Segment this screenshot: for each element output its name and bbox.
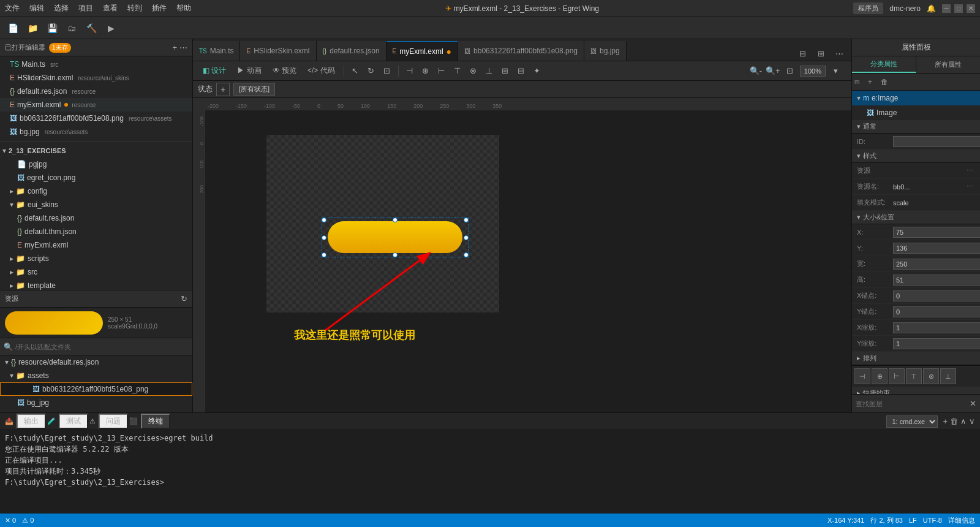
details-link[interactable]: 详细信息 [948,516,975,525]
menu-project[interactable]: 项目 [78,3,93,13]
align-top-button[interactable]: ⊤ [906,368,922,384]
opened-file-hsliderskin[interactable]: E HSliderSkin.exml resource\eui_skins [0,71,192,85]
project-folder-src[interactable]: ▸ 📁 src [0,265,192,279]
align-middle-v-tool[interactable]: ⊗ [466,64,481,78]
tab-all-props[interactable]: 所有属性 [916,56,980,73]
fit-canvas-button[interactable]: ⊡ [783,64,797,78]
align-left-tool[interactable]: ⊣ [402,64,417,78]
delete-component-button[interactable]: 🗑 [878,75,891,89]
maximize-button[interactable]: □ [954,4,963,13]
project-folder-template[interactable]: ▸ 📁 template [0,279,192,290]
align-bottom-button[interactable]: ⊥ [940,368,956,384]
more-actions[interactable]: ⋯ [179,43,187,52]
project-file-default-res[interactable]: {} default.res.json [0,211,192,225]
scale-x-input[interactable] [893,322,980,333]
menu-select[interactable]: 选择 [54,3,69,13]
terminal-instance-select[interactable]: 1: cmd.exe [886,415,938,428]
resource-search-bar[interactable]: 🔍 [0,338,192,355]
align-top-tool[interactable]: ⊤ [450,64,465,78]
opened-file-png[interactable]: 🖼 bb0631226f1aff00bfd51e08.png resource\… [0,112,192,125]
add-state-button[interactable]: + [216,83,230,96]
new-terminal-button[interactable]: + [943,417,948,426]
add-component-button[interactable]: + [863,75,876,89]
canvas-container[interactable]: -200 -150 -100 -50 0 50 100 150 200 250 … [193,98,851,412]
collapse-terminal-button[interactable]: ∨ [969,417,975,426]
zoom-in-button[interactable]: 🔍+ [766,64,780,78]
handle-bottom-left[interactable] [322,252,326,257]
group-shortcut[interactable]: ▸ 快捷约束 [852,387,980,394]
resource-name-more-btn[interactable]: ⋯ [964,181,975,192]
group-order[interactable]: ▸ 排列 [852,352,980,365]
align-right-tool[interactable]: ⊢ [434,64,449,78]
id-input[interactable] [893,136,980,147]
align-center-button[interactable]: ⊕ [872,368,888,384]
issues-tab[interactable]: 问题 [99,414,128,429]
save-all-button[interactable]: 🗂 [64,20,80,36]
kill-terminal-button[interactable]: 🗑 [950,417,958,426]
menu-help[interactable]: 帮助 [176,3,191,13]
project-folder-eui-skins[interactable]: ▾ 📁 eui_skins [0,198,192,211]
menu-file[interactable]: 文件 [5,3,20,13]
project-file-myexml[interactable]: E myExml.exml [0,238,192,252]
distribute-v-tool[interactable]: ⊟ [514,64,529,78]
align-right-button[interactable]: ⊢ [889,368,905,384]
add-file-action[interactable]: + [172,43,177,52]
width-input[interactable] [893,259,980,270]
animation-mode-button[interactable]: ▶ 动画 [232,64,266,78]
project-file-pgjpg[interactable]: 📄 pgjpg [0,157,192,171]
user-role-dropdown[interactable]: 程序员 [853,2,883,14]
preview-mode-button[interactable]: 👁 预览 [268,64,301,78]
tab-default-res[interactable]: {} default.res.json [317,41,386,61]
component-image[interactable]: 🖼 Image [852,105,980,120]
group-style[interactable]: ▾ 样式 [852,150,980,163]
minimize-button[interactable]: ─ [942,4,951,13]
expand-terminal-button[interactable]: ∧ [960,417,967,426]
resource-search-input[interactable] [15,343,189,351]
tab-png[interactable]: 🖼 bb0631226f1aff00bfd51e08.png [458,41,584,61]
align-left-button[interactable]: ⊣ [854,368,870,384]
handle-middle-right[interactable] [464,235,469,240]
handle-middle-left[interactable] [322,235,326,240]
build-button[interactable]: 🔨 [83,20,99,36]
project-folder-scripts[interactable]: ▸ 📁 scripts [0,252,192,265]
align-center-h-tool[interactable]: ⊕ [418,64,433,78]
selected-element[interactable] [322,218,469,257]
handle-top-middle[interactable] [393,218,398,222]
height-input[interactable] [893,275,980,286]
magic-tool[interactable]: ✦ [530,64,545,78]
tabs-overflow-button[interactable]: ⋯ [832,46,846,61]
open-file-button[interactable]: 📁 [24,20,40,36]
output-tab[interactable]: 输出 [17,414,46,429]
select-tool[interactable]: ↖ [348,64,363,78]
tab-categorized[interactable]: 分类属性 [852,56,916,73]
resource-more-btn[interactable]: ⋯ [964,165,975,176]
tab-hsliderskin[interactable]: E HSliderSkin.exml [240,41,316,61]
resource-item-bg[interactable]: 🖼 bg_jpg [0,396,192,409]
test-tab[interactable]: 测试 [59,414,88,429]
run-button[interactable]: ▶ [103,20,119,36]
all-states-button[interactable]: [所有状态] [233,83,275,96]
terminal-tab[interactable]: 终端 [141,414,170,429]
pill-image-element[interactable] [328,221,462,253]
handle-top-left[interactable] [322,218,326,222]
resource-folder-assets[interactable]: ▾ 📁 assets [0,369,192,382]
menu-edit[interactable]: 编辑 [29,3,44,13]
tab-bg[interactable]: 🖼 bg.jpg [584,41,627,61]
new-file-button[interactable]: 📄 [5,20,21,36]
opened-file-main-ts[interactable]: TS Main.ts src [0,58,192,71]
project-file-egret-icon[interactable]: 🖼 egret_icon.png [0,171,192,184]
group-general[interactable]: ▾ 通常 [852,120,980,134]
scale-y-input[interactable] [893,338,980,349]
resource-root[interactable]: ▾ {} resource/default.res.json [0,355,192,369]
tab-myexml[interactable]: E myExml.exml ● [386,41,458,61]
opened-file-myexml[interactable]: E myExml.exml resource [0,98,192,112]
code-mode-button[interactable]: </> 代码 [303,64,340,78]
split-vertical-button[interactable]: ⊞ [813,46,828,61]
find-layer-close-button[interactable]: ✕ [970,399,976,408]
zoom-out-button[interactable]: 🔍- [748,64,763,78]
y-input[interactable] [893,243,980,254]
notification-icon[interactable]: 🔔 [927,4,936,13]
project-folder-config[interactable]: ▸ 📁 config [0,184,192,198]
canvas-area[interactable]: 我这里还是照常可以使用 [205,110,851,412]
component-eimage[interactable]: ▾ m e:Image [852,91,980,105]
